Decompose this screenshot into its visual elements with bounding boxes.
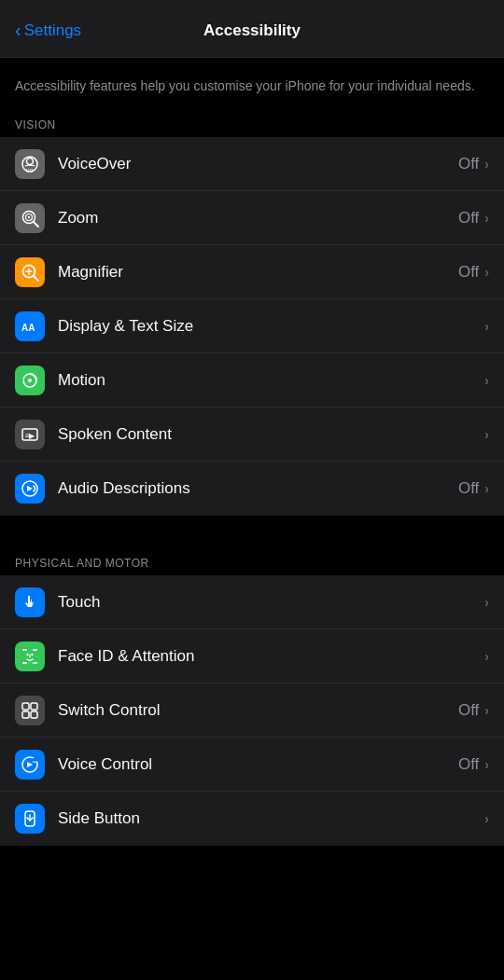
switch-control-label: Switch Control <box>58 701 458 720</box>
zoom-label: Zoom <box>58 209 458 228</box>
physical-section-header: PHYSICAL AND MOTOR <box>0 549 504 575</box>
svg-text:AA: AA <box>21 323 35 333</box>
motion-chevron: › <box>484 373 489 388</box>
svg-point-22 <box>26 653 28 655</box>
svg-rect-27 <box>22 711 29 718</box>
motion-label: Motion <box>58 371 479 390</box>
face-id-label: Face ID & Attention <box>58 647 479 666</box>
vision-settings-list: vo VoiceOver Off › Zoom Off › <box>0 137 504 516</box>
audio-descriptions-icon <box>15 474 45 504</box>
audio-descriptions-value: Off <box>458 479 479 498</box>
touch-chevron: › <box>484 595 489 610</box>
magnifier-icon <box>15 257 45 287</box>
voiceover-item[interactable]: vo VoiceOver Off › <box>0 137 504 191</box>
motion-icon <box>15 366 45 395</box>
back-chevron-icon: ‹ <box>15 20 21 41</box>
audio-descriptions-item[interactable]: Audio Descriptions Off › <box>0 462 504 516</box>
zoom-value: Off <box>458 209 479 228</box>
side-button-icon <box>15 804 45 834</box>
switch-control-item[interactable]: Switch Control Off › <box>0 683 504 738</box>
zoom-chevron: › <box>484 211 489 226</box>
voice-control-item[interactable]: ••• Voice Control Off › <box>0 738 504 792</box>
svg-point-13 <box>28 379 32 382</box>
svg-rect-28 <box>31 711 37 718</box>
svg-point-23 <box>31 653 33 655</box>
switch-control-value: Off <box>458 701 479 720</box>
touch-icon <box>15 587 45 617</box>
magnifier-label: Magnifier <box>58 263 458 282</box>
zoom-icon <box>15 203 45 233</box>
magnifier-value: Off <box>458 263 479 282</box>
vision-section-header: VISION <box>0 111 504 137</box>
page-title: Accessibility <box>203 21 301 40</box>
voice-control-value: Off <box>458 755 479 774</box>
magnifier-item[interactable]: Magnifier Off › <box>0 245 504 299</box>
voice-control-label: Voice Control <box>58 755 458 774</box>
display-text-size-icon: AA <box>15 311 45 341</box>
svg-rect-26 <box>31 703 37 710</box>
face-id-chevron: › <box>484 649 489 664</box>
motion-item[interactable]: Motion › <box>0 353 504 407</box>
svg-point-0 <box>27 158 34 164</box>
voiceover-value: Off <box>458 155 479 173</box>
svg-rect-19 <box>33 649 37 651</box>
side-button-label: Side Button <box>58 809 479 828</box>
audio-descriptions-label: Audio Descriptions <box>58 479 458 498</box>
display-text-size-item[interactable]: AA Display & Text Size › <box>0 299 504 353</box>
switch-control-icon <box>15 696 45 725</box>
voiceover-label: VoiceOver <box>58 155 458 173</box>
svg-text:vo: vo <box>26 167 34 173</box>
spoken-content-label: Spoken Content <box>58 425 479 444</box>
touch-label: Touch <box>58 593 479 612</box>
spoken-content-chevron: › <box>484 427 489 442</box>
audio-descriptions-chevron: › <box>484 481 489 496</box>
voiceover-chevron: › <box>484 157 489 172</box>
voiceover-icon: vo <box>15 149 45 179</box>
svg-line-8 <box>34 276 38 281</box>
back-button[interactable]: ‹ Settings <box>15 20 81 41</box>
zoom-item[interactable]: Zoom Off › <box>0 191 504 245</box>
touch-item[interactable]: Touch › <box>0 575 504 629</box>
voice-control-chevron: › <box>484 757 489 772</box>
magnifier-chevron: › <box>484 265 489 280</box>
svg-point-6 <box>28 215 30 217</box>
spoken-content-item[interactable]: ≡ ▶ Spoken Content › <box>0 407 504 462</box>
switch-control-chevron: › <box>484 703 489 718</box>
svg-rect-20 <box>22 662 27 664</box>
face-id-item[interactable]: Face ID & Attention › <box>0 629 504 683</box>
display-text-size-chevron: › <box>484 319 489 334</box>
section-spacer-1 <box>0 516 504 549</box>
svg-rect-21 <box>33 662 37 664</box>
page-description: Accessibility features help you customis… <box>0 58 504 111</box>
back-label: Settings <box>24 21 81 40</box>
spoken-content-icon: ≡ ▶ <box>15 420 45 449</box>
svg-text:•••: ••• <box>33 758 38 764</box>
physical-settings-list: Touch › Face ID & Attention › <box>0 575 504 846</box>
svg-text:▶: ▶ <box>29 432 35 440</box>
svg-rect-18 <box>22 649 27 651</box>
navigation-header: ‹ Settings Accessibility <box>0 0 504 58</box>
side-button-chevron: › <box>484 811 489 826</box>
display-text-size-label: Display & Text Size <box>58 317 479 336</box>
svg-rect-25 <box>22 703 29 710</box>
voice-control-icon: ••• <box>15 750 45 780</box>
svg-line-4 <box>34 222 38 227</box>
side-button-item[interactable]: Side Button › <box>0 792 504 846</box>
face-id-icon <box>15 642 45 671</box>
